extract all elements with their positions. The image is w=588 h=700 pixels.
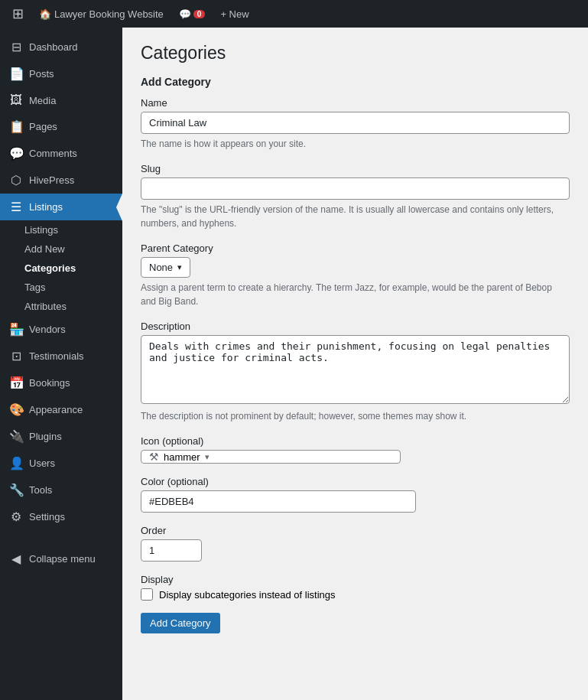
order-input[interactable] [141,539,202,562]
slug-hint: The "slug" is the URL-friendly version o… [141,203,570,230]
sidebar-item-settings[interactable]: ⚙ Settings [0,503,122,530]
home-icon: 🏠 [39,8,51,20]
submenu-item-listings[interactable]: Listings [0,220,122,239]
sidebar-item-label: Posts [29,68,54,80]
name-input[interactable] [141,112,570,134]
listings-submenu: Listings Add New Categories Tags Attribu… [0,220,122,316]
order-field-group: Order [141,525,570,562]
sidebar-item-label: Settings [29,511,65,523]
display-checkbox-label: Display subcategories instead of listing… [159,589,336,601]
dashboard-icon: ⊟ [9,40,23,54]
icon-chevron-icon: ▾ [205,452,210,462]
slug-input[interactable] [141,177,570,200]
parent-category-label: Parent Category [141,243,570,254]
icon-select-wrap[interactable]: ⚒ hammer ▾ [141,450,401,464]
bookings-icon: 📅 [9,376,23,390]
form-section-title: Add Category [141,76,570,88]
plugins-icon: 🔌 [9,429,23,444]
tools-icon: 🔧 [9,483,23,497]
sidebar-item-label: Testimonials [29,350,84,362]
new-content-link[interactable]: + New [214,0,255,28]
description-field-group: Description Deals with crimes and their … [141,321,570,423]
sidebar-item-label: Dashboard [29,41,78,53]
media-icon: 🖼 [9,93,23,107]
icon-label: Icon (optional) [141,435,570,447]
pages-icon: 📋 [9,119,23,134]
main-content: Categories Add Category Name The name is… [122,28,588,700]
sidebar-item-vendors[interactable]: 🏪 Vendors [0,316,122,343]
collapse-menu-label: Collapse menu [29,553,96,565]
users-icon: 👤 [9,456,23,470]
sidebar-item-bookings[interactable]: 📅 Bookings [0,370,122,396]
listings-icon: ☰ [9,200,23,214]
sidebar-item-dashboard[interactable]: ⊟ Dashboard [0,34,122,60]
name-field-group: Name The name is how it appears on your … [141,97,570,151]
sidebar-item-label: Listings [29,201,63,213]
comments-link[interactable]: 💬 0 [173,0,212,28]
sidebar-item-listings[interactable]: ☰ Listings [0,194,122,220]
site-link[interactable]: 🏠 Lawyer Booking Website [33,0,170,28]
submit-group: Add Category [141,613,570,633]
vendors-icon: 🏪 [9,322,23,337]
sidebar: ⊟ Dashboard 📄 Posts 🖼 Media 📋 Pages 💬 Co… [0,28,122,700]
chevron-down-icon: ▾ [177,262,182,272]
sidebar-item-users[interactable]: 👤 Users [0,450,122,477]
sidebar-item-tools[interactable]: 🔧 Tools [0,477,122,503]
sidebar-item-label: Vendors [29,324,66,335]
sidebar-item-testimonials[interactable]: ⊡ Testimonials [0,343,122,370]
parent-category-hint: Assign a parent term to create a hierarc… [141,281,570,308]
display-subcategories-checkbox[interactable] [141,588,153,601]
sidebar-item-appearance[interactable]: 🎨 Appearance [0,396,122,423]
sidebar-item-media[interactable]: 🖼 Media [0,87,122,113]
submenu-item-attributes[interactable]: Attributes [0,297,122,316]
site-name: Lawyer Booking Website [54,8,164,20]
testimonials-icon: ⊡ [9,349,23,363]
parent-category-select[interactable]: None ▾ [141,257,190,278]
icon-field-group: Icon (optional) ⚒ hammer ▾ [141,435,570,464]
sidebar-item-label: Bookings [29,377,70,389]
appearance-icon: 🎨 [9,402,23,417]
color-input[interactable] [141,490,416,513]
new-label: + New [220,8,249,20]
sidebar-item-label: Pages [29,121,57,132]
posts-icon: 📄 [9,67,23,81]
settings-icon: ⚙ [9,510,23,524]
parent-category-field-group: Parent Category None ▾ Assign a parent t… [141,243,570,308]
name-hint: The name is how it appears on your site. [141,137,570,151]
color-label: Color (optional) [141,476,570,487]
display-field-group: Display Display subcategories instead of… [141,574,570,601]
comments-icon: 💬 [9,146,23,161]
sidebar-item-comments[interactable]: 💬 Comments [0,140,122,167]
add-category-button[interactable]: Add Category [141,613,220,633]
sidebar-active-arrow [116,194,122,221]
sidebar-item-label: Appearance [29,404,83,415]
sidebar-item-pages[interactable]: 📋 Pages [0,113,122,140]
sidebar-item-plugins[interactable]: 🔌 Plugins [0,423,122,450]
page-title: Categories [141,43,570,63]
description-hint: The description is not prominent by defa… [141,409,570,423]
sidebar-item-label: HivePress [29,174,74,186]
sidebar-item-label: Users [29,457,55,469]
admin-bar: ⊞ 🏠 Lawyer Booking Website 💬 0 + New [0,0,588,28]
collapse-menu-button[interactable]: ◀ Collapse menu [0,545,122,572]
wp-logo-icon[interactable]: ⊞ [6,0,30,28]
sidebar-item-hivepress[interactable]: ⬡ HivePress [0,167,122,194]
display-label: Display [141,574,570,585]
comment-icon: 💬 [179,8,191,20]
sidebar-item-label: Comments [29,148,77,159]
description-label: Description [141,321,570,332]
display-checkbox-group: Display subcategories instead of listing… [141,588,570,601]
description-textarea[interactable]: Deals with crimes and their punishment, … [141,335,570,404]
icon-symbol: ⚒ [149,451,159,463]
color-field-group: Color (optional) [141,476,570,513]
name-label: Name [141,97,570,109]
sidebar-item-posts[interactable]: 📄 Posts [0,60,122,87]
submenu-item-categories[interactable]: Categories [0,259,122,278]
sidebar-item-label: Tools [29,484,52,496]
sidebar-item-label: Media [29,95,56,106]
hivepress-icon: ⬡ [9,173,23,187]
submenu-item-tags[interactable]: Tags [0,278,122,297]
submenu-item-add-new[interactable]: Add New [0,239,122,259]
sidebar-item-label: Plugins [29,431,62,442]
slug-field-group: Slug The "slug" is the URL-friendly vers… [141,163,570,230]
